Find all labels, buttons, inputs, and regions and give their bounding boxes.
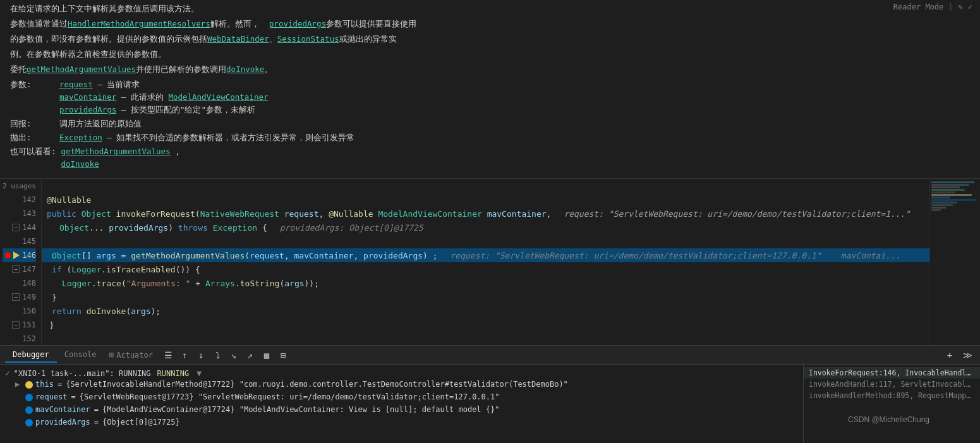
- gutter-151: − 151: [3, 318, 36, 332]
- provided-args-ref[interactable]: providedArgs: [269, 19, 326, 28]
- code-line-143: public Object invokeForRequest(NativeWeb…: [42, 207, 929, 221]
- param3-name[interactable]: providedArgs: [59, 105, 116, 114]
- var-val-this: {ServletInvocableHandlerMethod@17722} "c…: [66, 380, 798, 389]
- toolbar-resume-icon[interactable]: ↗: [243, 348, 258, 363]
- reader-mode-edit-icon[interactable]: ✎: [959, 3, 963, 11]
- stack-item-2[interactable]: invokeHandlerMethod:895, RequestMapping.…: [804, 390, 980, 401]
- code-line-147: if (Logger.isTraceEnabled()) {: [42, 262, 929, 276]
- doc-line3: 的参数值，即没有参数解析。提供的参数值的示例包括WebDataBinder、Se…: [10, 33, 970, 46]
- get-method-arg-vals-link[interactable]: getMethodArgumentValues: [27, 64, 136, 74]
- toolbar-step-into-icon[interactable]: ↘: [226, 348, 241, 363]
- stack-item-0[interactable]: InvokeForRequest:146, InvocableHandlerMe…: [804, 367, 980, 379]
- var-row-this: ▶ this = {ServletInvocableHandlerMethod@…: [0, 379, 803, 392]
- tab-actuator-label: Actuator: [116, 351, 153, 360]
- toolbar-down-icon[interactable]: ↓: [193, 348, 209, 363]
- see-link1[interactable]: getMethodArgumentValues: [61, 147, 171, 156]
- see-link2[interactable]: doInvoke: [61, 159, 99, 169]
- code-line-144: Object... providedArgs) throws Exception…: [42, 221, 929, 234]
- line-num-149: 149: [22, 293, 36, 301]
- debugger-tabs-bar: Debugger Console ⊞ Actuator ☰ ↑ ↓ ⤵ ↘ ↗ …: [0, 346, 980, 365]
- breakpoint-146[interactable]: [4, 252, 11, 258]
- tab-debugger[interactable]: Debugger: [5, 348, 57, 363]
- tab-actuator[interactable]: ⊞ Actuator: [104, 350, 158, 360]
- stack-item-1[interactable]: invokeAndHandle:117, ServletInvocableHan…: [804, 379, 980, 390]
- var-circle-providedargs: [25, 419, 33, 427]
- throws-label: 抛出:: [10, 131, 54, 144]
- mav-container-link[interactable]: ModelAndViewContainer: [168, 92, 268, 102]
- param2-name[interactable]: mavContainer: [59, 92, 116, 102]
- tab-console[interactable]: Console: [57, 348, 104, 363]
- see-label: 也可以看看:: [10, 145, 56, 171]
- web-data-binder-link[interactable]: WebDataBinder: [207, 34, 269, 44]
- var-expand-this[interactable]: ▶: [15, 380, 23, 389]
- code-line-149: }: [42, 290, 929, 304]
- var-expand-request[interactable]: ▶: [15, 392, 23, 401]
- add-watch-icon[interactable]: +: [942, 348, 957, 363]
- running-label: RUNNING: [157, 369, 190, 378]
- do-invoke-ref-link[interactable]: doInvoke: [226, 64, 264, 74]
- throws-desc: – 如果找不到合适的参数解析器，或者方法引发异常，则会引发异常: [102, 133, 355, 142]
- toolbar-step-over-icon[interactable]: ⤵: [210, 348, 225, 363]
- var-circle-mavcontainer: [25, 406, 33, 414]
- usages-label: 2 usages: [3, 182, 36, 190]
- line-num-144: 144: [22, 223, 36, 232]
- thread-check-icon: ✓: [5, 368, 10, 378]
- doc-line3c: 例。在参数解析器之前检查提供的参数值。: [10, 48, 970, 61]
- toolbar-up-icon[interactable]: ↑: [177, 348, 192, 363]
- line-num-152: 152: [22, 334, 36, 343]
- gutter-149: − 149: [3, 290, 36, 304]
- call-stack-panel: InvokeForRequest:146, InvocableHandlerMe…: [803, 365, 980, 443]
- gutter-145: 145: [3, 234, 36, 248]
- thread-row[interactable]: ✓ "XNIO-1 task-...main": RUNNING RUNNING…: [0, 367, 803, 379]
- doc-line1: 在给定请求的上下文中解析其参数值后调用该方法。: [10, 3, 970, 15]
- exception-link[interactable]: Exception: [59, 133, 102, 142]
- filter-icon[interactable]: ▼: [197, 368, 202, 378]
- return-label: 回报:: [10, 118, 54, 130]
- var-val-mavcontainer: {ModelAndViewContainer@17724} "ModelAndV…: [102, 405, 798, 414]
- minimap: [929, 179, 980, 345]
- var-val-providedargs: {Object[0]@17725}: [102, 418, 798, 427]
- tab-actuator-icon: ⊞: [109, 350, 114, 360]
- line-num-145: 145: [22, 237, 36, 246]
- toolbar-table-icon[interactable]: ▦: [259, 348, 274, 363]
- minimap-content: [930, 179, 980, 214]
- line-num-150: 150: [22, 306, 36, 315]
- line-num-148: 148: [22, 279, 36, 288]
- debugger-panel: Debugger Console ⊞ Actuator ☰ ↑ ↓ ⤵ ↘ ↗ …: [0, 345, 980, 443]
- reader-mode-bar: Reader Mode | ✎ ✓: [886, 0, 980, 14]
- debugger-toolbar: ☰ ↑ ↓ ⤵ ↘ ↗ ▦ ⊟: [158, 348, 293, 363]
- debugger-content: ✓ "XNIO-1 task-...main": RUNNING RUNNING…: [0, 365, 980, 443]
- debug-hint-144: providedArgs: Object[0]@17725: [280, 223, 423, 233]
- more-options-icon[interactable]: ≫: [960, 348, 975, 363]
- gutter-152: 152: [3, 332, 36, 345]
- usages-spacer: [42, 179, 929, 193]
- session-status-link[interactable]: SessionStatus: [277, 34, 339, 44]
- fold-144[interactable]: −: [12, 224, 20, 231]
- code-line-150: return doInvoke(args);: [42, 304, 929, 318]
- handler-resolver-link[interactable]: HandlerMethodArgumentResolvers: [68, 19, 210, 28]
- reader-mode-label[interactable]: Reader Mode: [893, 3, 943, 11]
- var-name-providedargs: providedArgs: [35, 418, 90, 427]
- annotation-nullable: @Nullable: [47, 195, 91, 205]
- fold-151[interactable]: −: [12, 321, 20, 329]
- code-line-152: [42, 332, 929, 345]
- param1-name[interactable]: request: [59, 80, 93, 89]
- line-num-143: 143: [22, 209, 36, 218]
- fold-149[interactable]: −: [12, 293, 20, 301]
- reader-mode-check-icon[interactable]: ✓: [968, 3, 972, 11]
- gutter-150: 150: [3, 304, 36, 318]
- var-val-request: {ServletWebRequest@17723} "ServletWebReq…: [80, 392, 798, 401]
- gutter-146: 146: [3, 248, 36, 262]
- line-num-146: 146: [22, 251, 36, 260]
- code-content[interactable]: @Nullable public Object invokeForRequest…: [42, 179, 929, 345]
- toolbar-columns-icon[interactable]: ⊟: [275, 348, 291, 363]
- var-row-providedargs: ▶ providedArgs = {Object[0]@17725}: [0, 417, 803, 430]
- toolbar-list-icon[interactable]: ☰: [160, 348, 176, 363]
- var-expand-mavcontainer[interactable]: ▶: [15, 405, 23, 414]
- var-expand-providedargs[interactable]: ▶: [15, 418, 23, 427]
- doc-line2: 参数值通常通过HandlerMethodArgumentResolvers解析。…: [10, 18, 970, 30]
- var-name-mavcontainer: mavContainer: [35, 405, 90, 414]
- fold-147[interactable]: −: [12, 265, 20, 273]
- var-row-mavcontainer: ▶ mavContainer = {ModelAndViewContainer@…: [0, 404, 803, 417]
- reader-mode-separator: |: [948, 3, 953, 11]
